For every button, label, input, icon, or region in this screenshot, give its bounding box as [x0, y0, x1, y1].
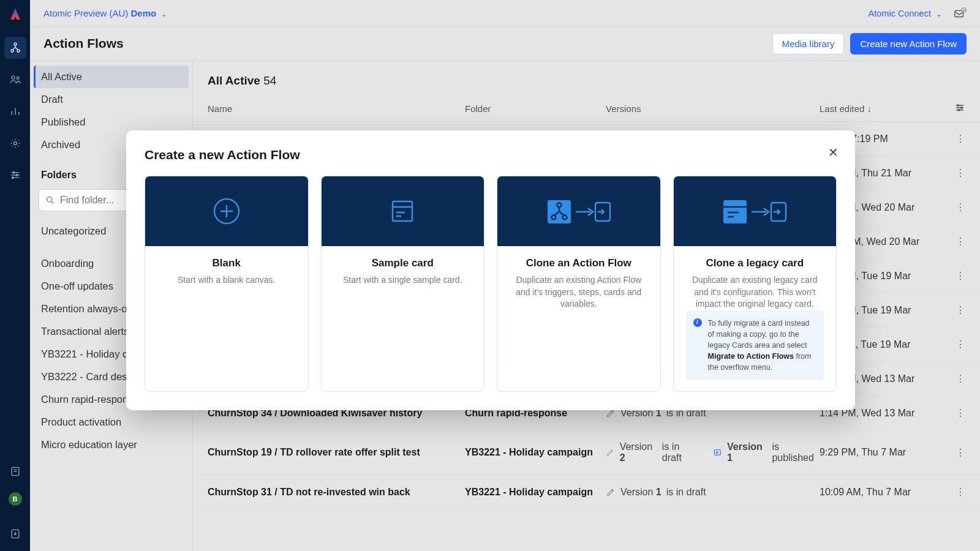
- modal-option-blank[interactable]: BlankStart with a blank canvas.: [145, 176, 309, 392]
- svg-point-16: [958, 109, 960, 111]
- modal-option-title: Clone an Action Flow: [510, 257, 648, 269]
- create-action-flow-button[interactable]: Create new Action Flow: [850, 33, 967, 54]
- row-menu-icon[interactable]: ⋮: [942, 407, 965, 419]
- list-heading: All Active 54: [193, 61, 980, 96]
- modal-title: Create a new Action Flow: [145, 148, 837, 162]
- modal-option-clone-an-action-flow[interactable]: Clone an Action FlowDuplicate an existin…: [497, 176, 661, 392]
- row-menu-icon[interactable]: ⋮: [942, 167, 965, 179]
- filter-icon[interactable]: [942, 102, 965, 115]
- modal-option-hero: [497, 176, 660, 246]
- modal-info-note: To fully migrate a card instead of makin…: [686, 310, 824, 381]
- col-folder[interactable]: Folder: [465, 103, 606, 114]
- top-bar: Atomic Preview (AU) Demo ⌄ Atomic Connec…: [30, 0, 980, 27]
- table-row[interactable]: ChurnStop 19 / TD rollover rate offer sp…: [193, 430, 980, 475]
- svg-point-4: [17, 77, 19, 80]
- row-name: ChurnStop 31 / TD not re-invested win ba…: [208, 487, 465, 498]
- row-menu-icon[interactable]: ⋮: [942, 201, 965, 213]
- row-menu-icon[interactable]: ⋮: [942, 339, 965, 350]
- row-folder: YB3221 - Holiday campaign: [465, 487, 606, 498]
- row-name: ChurnStop 19 / TD rollover rate offer sp…: [208, 447, 465, 458]
- svg-point-3: [12, 76, 15, 79]
- modal-option-desc: Start with a blank canvas.: [157, 274, 296, 287]
- svg-point-13: [47, 197, 52, 202]
- modal-option-desc: Start with a single sample card.: [334, 274, 472, 287]
- row-last-edited: 9:29 PM, Thu 7 Mar: [820, 447, 942, 458]
- modal-option-hero: [322, 176, 484, 246]
- svg-point-1: [11, 50, 13, 52]
- modal-option-desc: Duplicate an existing legacy card and it…: [686, 274, 824, 310]
- row-versions: Version 1 is in draft: [606, 487, 820, 498]
- version-chip: Version 1 is in draft: [606, 487, 706, 498]
- modal-option-title: Blank: [157, 257, 296, 269]
- row-menu-icon[interactable]: ⋮: [942, 133, 965, 144]
- notifications-icon[interactable]: [953, 7, 967, 20]
- svg-point-5: [13, 142, 17, 145]
- svg-point-0: [14, 43, 17, 45]
- svg-point-14: [957, 105, 959, 107]
- version-chip: Version 1 is published: [713, 441, 820, 463]
- nav-people-icon[interactable]: [4, 69, 26, 91]
- col-last-edited[interactable]: Last edited ↓: [820, 103, 942, 114]
- app-logo: [4, 4, 26, 26]
- nav-download-icon[interactable]: [4, 523, 26, 545]
- modal-option-title: Clone a legacy card: [686, 257, 824, 269]
- section-header: Action Flows Media library Create new Ac…: [30, 27, 980, 61]
- chevron-down-icon: ⌄: [936, 10, 942, 18]
- left-rail: B: [0, 0, 30, 551]
- close-icon[interactable]: ✕: [824, 144, 842, 161]
- row-menu-icon[interactable]: ⋮: [942, 236, 965, 247]
- row-folder: YB3221 - Holiday campaign: [465, 447, 606, 458]
- workspace-switcher[interactable]: Atomic Preview (AU) Demo ⌄: [43, 8, 167, 18]
- chevron-down-icon: ⌄: [161, 10, 167, 18]
- modal-option-title: Sample card: [334, 257, 472, 269]
- connect-label: Atomic Connect: [869, 9, 931, 18]
- svg-point-2: [17, 50, 20, 52]
- svg-point-7: [16, 174, 18, 176]
- sidebar-filter-all-active[interactable]: All Active: [34, 66, 189, 88]
- row-menu-icon[interactable]: ⋮: [942, 304, 965, 316]
- nav-analytics-icon[interactable]: [4, 100, 26, 122]
- nav-docs-icon[interactable]: [4, 460, 26, 482]
- version-chip: Version 2 is in draft: [606, 441, 698, 463]
- modal-option-desc: Duplicate an existing Action Flow and it…: [510, 274, 648, 310]
- col-name[interactable]: Name: [208, 103, 465, 114]
- search-icon: [45, 195, 55, 205]
- modal-option-clone-a-legacy-card[interactable]: Clone a legacy cardDuplicate an existing…: [673, 176, 837, 392]
- workspace-name: Atomic Preview (AU): [43, 8, 128, 18]
- svg-point-15: [961, 107, 963, 109]
- media-library-button[interactable]: Media library: [772, 33, 845, 54]
- sidebar-filter-draft[interactable]: Draft: [34, 88, 189, 111]
- env-name: Demo: [131, 8, 157, 18]
- row-versions: Version 2 is in draftVersion 1 is publis…: [606, 441, 820, 463]
- nav-config-icon[interactable]: [4, 164, 26, 186]
- connect-switcher[interactable]: Atomic Connect ⌄: [869, 9, 942, 18]
- row-menu-icon[interactable]: ⋮: [942, 270, 965, 282]
- modal-option-sample-card[interactable]: Sample cardStart with a single sample ca…: [321, 176, 485, 392]
- user-avatar[interactable]: B: [9, 492, 22, 506]
- nav-settings-icon[interactable]: [4, 132, 26, 154]
- svg-point-6: [13, 172, 15, 174]
- sidebar-folder[interactable]: Micro education layer: [34, 433, 189, 456]
- page-title: Action Flows: [43, 36, 124, 51]
- row-last-edited: 10:09 AM, Thu 7 Mar: [820, 487, 942, 498]
- row-menu-icon[interactable]: ⋮: [942, 373, 965, 384]
- svg-rect-19: [393, 201, 412, 221]
- row-menu-icon[interactable]: ⋮: [942, 486, 965, 498]
- sidebar-folder[interactable]: Product activation: [34, 411, 189, 433]
- nav-action-flows-icon[interactable]: [4, 37, 26, 59]
- table-row[interactable]: ChurnStop 31 / TD not re-invested win ba…: [193, 475, 980, 509]
- col-versions[interactable]: Versions: [606, 103, 820, 114]
- modal-option-hero: [145, 176, 308, 246]
- svg-point-8: [12, 177, 13, 179]
- modal-option-hero: [674, 176, 837, 246]
- row-menu-icon[interactable]: ⋮: [942, 447, 965, 459]
- column-headers: Name Folder Versions Last edited ↓: [193, 96, 980, 122]
- create-action-flow-modal: Create a new Action Flow ✕ BlankStart wi…: [126, 130, 855, 410]
